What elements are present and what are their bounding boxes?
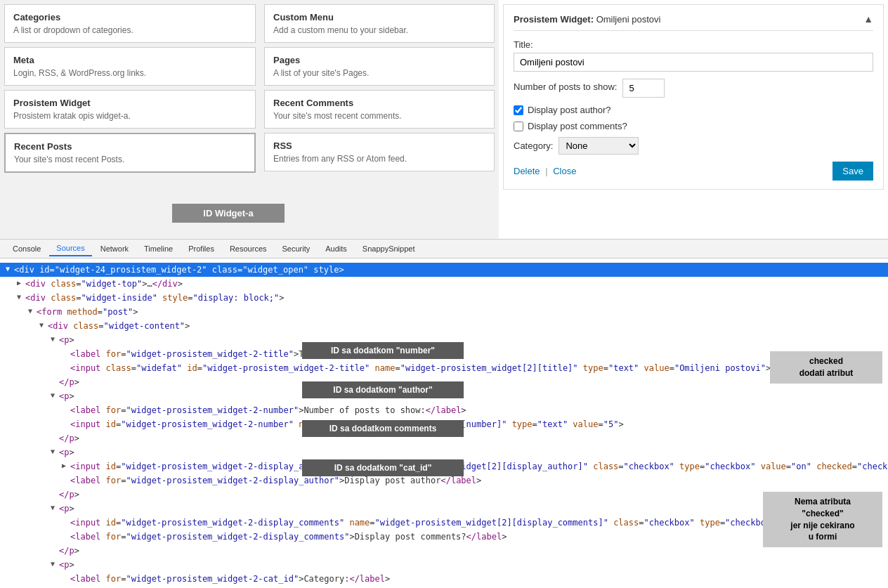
comments-checkbox[interactable]	[514, 122, 523, 131]
indent-spacer	[6, 544, 51, 557]
triangle-icon[interactable]	[51, 544, 59, 555]
posts-count-row: Number of posts to show:	[514, 79, 873, 98]
comments-checkbox-row: Display post comments?	[514, 121, 873, 131]
triangle-icon[interactable]: ▶	[17, 277, 25, 288]
prosistem-widget-panel: Prosistem Widget: Omiljeni postovi ▲ Tit…	[503, 4, 884, 190]
title-field-row: Title:	[514, 39, 873, 72]
code-line[interactable]: ▼ <p>	[0, 502, 888, 516]
panel-header-label: Prosistem Widget: Omiljeni postovi	[514, 14, 660, 25]
widget-categories-title: Categories	[13, 12, 247, 22]
code-line[interactable]: </p>	[0, 544, 888, 558]
category-select[interactable]: None kategorija br.1 kategorija br.2 kat…	[559, 137, 639, 155]
widget-recent-comments[interactable]: Recent Comments Your site's most recent …	[264, 90, 495, 129]
indent-spacer	[6, 277, 17, 290]
code-line[interactable]: <input id="widget-prosistem_widget-2-dis…	[0, 516, 888, 530]
triangle-icon[interactable]	[62, 474, 70, 485]
widget-categories[interactable]: Categories A list or dropdown of categor…	[4, 4, 256, 43]
title-input[interactable]	[514, 53, 873, 72]
code-line[interactable]: <label for="widget-prosistem_widget-2-nu…	[0, 403, 888, 417]
top-section: Categories A list or dropdown of categor…	[0, 0, 888, 239]
tab-security[interactable]: Security	[275, 242, 318, 256]
category-label: Category:	[514, 141, 553, 151]
triangle-icon[interactable]	[51, 376, 59, 386]
triangle-icon[interactable]: ▼	[51, 446, 59, 457]
indent-spacer	[6, 474, 62, 487]
code-line[interactable]: ▼ <div id="widget-24_prosistem_widget-2"…	[0, 263, 888, 277]
widget-categories-desc: A list or dropdown of categories.	[13, 25, 247, 35]
tab-sources[interactable]: Sources	[49, 241, 91, 256]
tab-resources[interactable]: Resources	[223, 242, 274, 256]
left-widget-column: Categories A list or dropdown of categor…	[0, 0, 260, 239]
author-checkbox[interactable]	[514, 105, 523, 115]
panel-header: Prosistem Widget: Omiljeni postovi ▲	[514, 13, 873, 31]
indent-spacer	[6, 516, 62, 529]
widget-recent-comments-title: Recent Comments	[273, 98, 485, 108]
tab-snappysnippet[interactable]: SnappySnippet	[355, 242, 422, 256]
triangle-icon[interactable]	[62, 404, 70, 414]
panel-actions: Delete | Close Save	[514, 162, 873, 181]
widget-prosistem[interactable]: Prosistem Widget Prosistem kratak opis w…	[4, 90, 256, 129]
tab-network[interactable]: Network	[93, 242, 136, 256]
code-line[interactable]: ▼ <div class="widget-content">	[0, 319, 888, 333]
indent-spacer	[6, 558, 51, 571]
code-line[interactable]: <label for="widget-prosistem_widget-2-ca…	[0, 572, 888, 586]
triangle-icon[interactable]	[62, 516, 70, 527]
triangle-icon[interactable]: ▼	[51, 390, 59, 400]
widget-pages[interactable]: Pages A list of your site's Pages.	[264, 47, 495, 86]
triangle-icon[interactable]: ▶	[62, 460, 70, 471]
widget-meta-desc: Login, RSS, & WordPress.org links.	[13, 68, 247, 78]
widget-rss[interactable]: RSS Entries from any RSS or Atom feed.	[264, 133, 495, 171]
code-line[interactable]: <label for="widget-prosistem_widget-2-di…	[0, 530, 888, 544]
code-line[interactable]: <input class="widefat" id="widget-prosis…	[0, 361, 888, 375]
main-wrapper: Categories A list or dropdown of categor…	[0, 0, 888, 588]
panel-collapse-button[interactable]: ▲	[863, 13, 873, 25]
save-button[interactable]: Save	[832, 162, 873, 181]
bottom-section: Console Sources Network Timeline Profile…	[0, 239, 888, 588]
annotation-not-checked: Nema atributa"checked"jer nije cekiranou…	[763, 492, 882, 547]
tab-console[interactable]: Console	[6, 242, 48, 256]
triangle-icon[interactable]: ▼	[51, 334, 59, 344]
triangle-icon[interactable]	[62, 362, 70, 372]
code-line[interactable]: </p>	[0, 488, 888, 502]
tab-audits[interactable]: Audits	[318, 242, 354, 256]
triangle-icon[interactable]	[62, 530, 70, 541]
indent-spacer	[6, 573, 62, 585]
indent-spacer	[6, 348, 62, 360]
code-line[interactable]: ▼ <p>	[0, 558, 888, 572]
triangle-icon[interactable]: ▼	[51, 558, 59, 569]
indent-spacer	[6, 320, 39, 332]
triangle-icon[interactable]	[51, 488, 59, 499]
widget-pages-title: Pages	[273, 55, 485, 65]
tab-timeline[interactable]: Timeline	[137, 242, 180, 256]
triangle-icon[interactable]	[62, 418, 70, 429]
triangle-icon[interactable]: ▼	[17, 292, 25, 302]
indent-spacer	[6, 502, 51, 515]
panel-links: Delete | Close	[514, 166, 576, 176]
comments-label: Display post comments?	[528, 121, 627, 131]
devtools-bar: Console Sources Network Timeline Profile…	[0, 239, 888, 259]
code-line[interactable]: ▼ <form method="post">	[0, 305, 888, 319]
widget-meta[interactable]: Meta Login, RSS, & WordPress.org links.	[4, 47, 256, 86]
code-line[interactable]: ▶ <div class="widget-top">…</div>	[0, 277, 888, 291]
close-link[interactable]: Close	[553, 166, 576, 176]
triangle-icon[interactable]	[62, 348, 70, 358]
callout-comments: ID sa dodatkom comments	[302, 420, 464, 437]
triangle-icon[interactable]: ▼	[28, 306, 37, 316]
widget-custom-menu[interactable]: Custom Menu Add a custom menu to your si…	[264, 4, 495, 43]
posts-count-label: Number of posts to show:	[514, 81, 617, 92]
delete-link[interactable]: Delete	[514, 166, 540, 176]
triangle-icon[interactable]	[62, 573, 70, 583]
annotation-checked: checkeddodati atribut	[770, 351, 882, 384]
widget-recent-posts[interactable]: Recent Posts Your site's most recent Pos…	[4, 133, 256, 173]
code-line[interactable]: ▼ <p>	[0, 445, 888, 459]
code-line[interactable]: ▼ <div class="widget-inside" style="disp…	[0, 291, 888, 305]
triangle-icon[interactable]: ▼	[51, 502, 59, 513]
indent-spacer	[6, 390, 51, 403]
indent-spacer	[6, 362, 62, 374]
tab-profiles[interactable]: Profiles	[181, 242, 221, 256]
triangle-icon[interactable]	[51, 432, 59, 443]
triangle-icon[interactable]: ▼	[39, 320, 48, 330]
posts-count-input[interactable]	[622, 79, 665, 98]
triangle-icon[interactable]: ▼	[6, 263, 14, 274]
widget-pages-desc: A list of your site's Pages.	[273, 68, 485, 78]
